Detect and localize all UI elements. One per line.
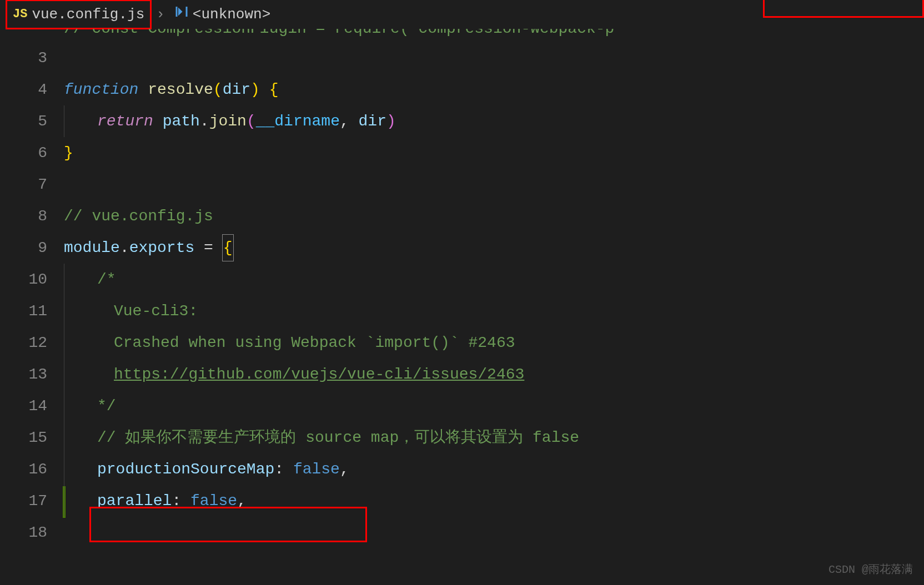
code-line: productionSourceMap: false, bbox=[64, 453, 924, 485]
js-file-icon: JS bbox=[13, 4, 27, 24]
line-number: 4 bbox=[0, 74, 47, 105]
breadcrumb-file[interactable]: JS vue.config.js bbox=[6, 0, 152, 29]
watermark: CSDN @雨花落满 bbox=[828, 561, 913, 579]
line-number: 15 bbox=[0, 422, 47, 453]
code-line: // 如果你不需要生产环境的 source map，可以将其设置为 false bbox=[64, 422, 924, 453]
line-number: 17 bbox=[0, 485, 47, 517]
symbol-icon bbox=[175, 2, 188, 27]
code-line: module.exports = { bbox=[64, 232, 924, 264]
line-number: 8 bbox=[0, 200, 47, 232]
line-number: 13 bbox=[0, 359, 47, 390]
code-line: Crashed when using Webpack `import()` #2… bbox=[64, 327, 924, 359]
svg-rect-1 bbox=[185, 7, 187, 17]
code-content[interactable]: // const CompressionPlugin = require('co… bbox=[64, 29, 924, 585]
code-line: Vue-cli3: bbox=[64, 295, 924, 327]
parallel-highlight-box bbox=[89, 507, 367, 542]
line-number: 16 bbox=[0, 453, 47, 485]
code-line: */ bbox=[64, 390, 924, 422]
code-line: https://github.com/vuejs/vue-cli/issues/… bbox=[64, 359, 924, 390]
code-line bbox=[64, 169, 924, 200]
line-number: 10 bbox=[0, 264, 47, 295]
code-line: return path.join(__dirname, dir) bbox=[64, 105, 924, 137]
breadcrumb-separator: › bbox=[156, 2, 165, 27]
line-number: 9 bbox=[0, 232, 47, 264]
code-line: function resolve(dir) { bbox=[64, 74, 924, 105]
line-number: 11 bbox=[0, 295, 47, 327]
svg-rect-0 bbox=[175, 7, 177, 17]
editor-area[interactable]: 3 4 5 6 7 8 9 10 11 12 13 14 15 16 17 18… bbox=[0, 29, 924, 585]
line-number: 14 bbox=[0, 390, 47, 422]
breadcrumb-symbol[interactable]: <unknown> bbox=[169, 1, 276, 28]
top-right-highlight-box bbox=[763, 0, 924, 18]
breadcrumb-file-label: vue.config.js bbox=[32, 2, 144, 27]
line-gutter: 3 4 5 6 7 8 9 10 11 12 13 14 15 16 17 18 bbox=[0, 29, 64, 585]
code-line bbox=[64, 42, 924, 74]
line-number: 18 bbox=[0, 517, 47, 548]
code-line: } bbox=[64, 137, 924, 169]
line-number: 6 bbox=[0, 137, 47, 169]
line-number: 3 bbox=[0, 42, 47, 74]
line-number: 7 bbox=[0, 169, 47, 200]
code-line: /* bbox=[64, 264, 924, 295]
code-line: // const CompressionPlugin = require('co… bbox=[64, 29, 924, 42]
line-number: 12 bbox=[0, 327, 47, 359]
code-line: // vue.config.js bbox=[64, 200, 924, 232]
line-number: 5 bbox=[0, 105, 47, 137]
breadcrumb-symbol-label: <unknown> bbox=[193, 2, 270, 27]
